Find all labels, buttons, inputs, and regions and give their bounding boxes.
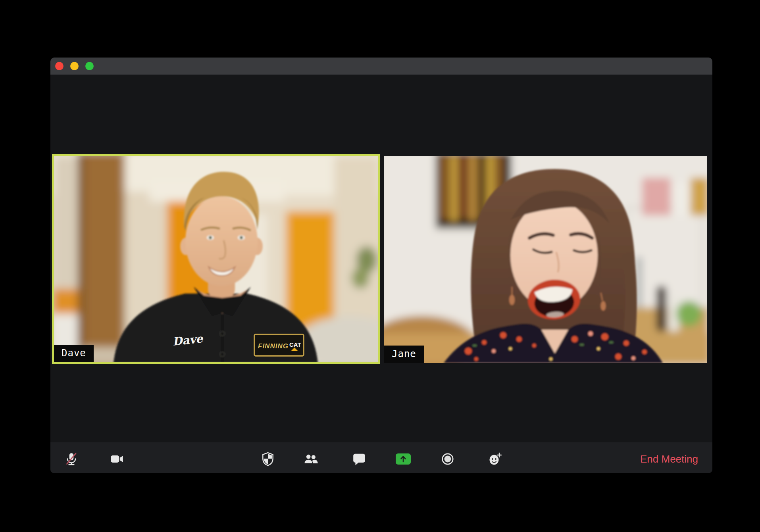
- share-screen-button[interactable]: [394, 450, 412, 468]
- dave-video-feed: Dave FINNING CAT: [54, 156, 378, 362]
- reactions-button[interactable]: [486, 450, 504, 468]
- meeting-window: Dave FINNING CAT Dave: [50, 58, 712, 473]
- finning-cat-logo-patch: FINNING CAT: [254, 334, 304, 356]
- chat-button[interactable]: [350, 450, 368, 468]
- video-tile-dave[interactable]: Dave FINNING CAT Dave: [52, 154, 380, 364]
- zoom-window-button[interactable]: [85, 62, 94, 70]
- cat-logo-text: CAT: [289, 341, 301, 348]
- participants-icon: [303, 451, 318, 467]
- shield-icon: [260, 451, 275, 467]
- end-meeting-button[interactable]: End Meeting: [640, 453, 698, 465]
- jane-video-feed: [384, 156, 707, 363]
- chat-bubble-icon: [352, 451, 367, 467]
- security-button[interactable]: [259, 450, 277, 468]
- video-camera-icon: [110, 451, 125, 467]
- microphone-muted-icon: [64, 451, 79, 467]
- minimize-window-button[interactable]: [70, 62, 79, 70]
- participant-name-label-dave: Dave: [54, 345, 94, 362]
- window-titlebar: [50, 58, 712, 75]
- video-button[interactable]: [108, 450, 126, 468]
- close-window-button[interactable]: [55, 62, 63, 70]
- record-circle-icon: [440, 451, 455, 467]
- finning-logo-text: FINNING: [258, 342, 289, 350]
- smiley-plus-icon: [487, 451, 503, 467]
- participants-button[interactable]: [302, 450, 320, 468]
- record-button[interactable]: [439, 450, 457, 468]
- arrow-up-icon: [399, 455, 408, 463]
- meeting-toolbar: End Meeting: [50, 442, 712, 473]
- mute-button[interactable]: [62, 450, 81, 468]
- desktop-background: Dave FINNING CAT Dave: [0, 0, 760, 532]
- share-screen-pill: [396, 453, 411, 465]
- video-tile-jane[interactable]: Jane: [384, 156, 707, 363]
- participant-name-label-jane: Jane: [384, 346, 424, 363]
